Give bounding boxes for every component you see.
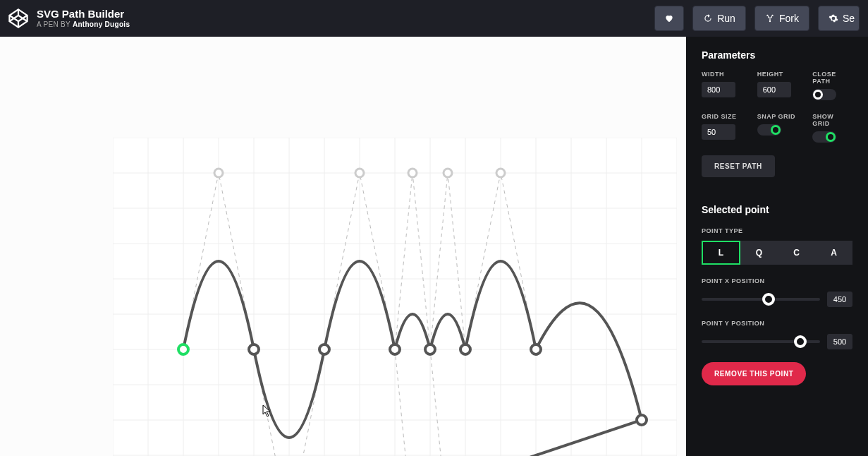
heart-icon (664, 13, 674, 23)
point-y-slider[interactable] (702, 340, 820, 343)
point-x-slider[interactable] (702, 298, 820, 301)
svg-point-40 (425, 344, 435, 354)
svg-point-38 (319, 344, 329, 354)
close-path-toggle[interactable] (812, 89, 836, 100)
point-type-l[interactable]: L (702, 241, 740, 265)
pen-title: SVG Path Builder (37, 8, 130, 20)
svg-point-41 (460, 344, 470, 354)
height-label: HEIGHT (757, 71, 797, 78)
svg-board[interactable] (113, 138, 677, 456)
svg-point-42 (531, 344, 541, 354)
point-type-group: L Q C A (702, 241, 852, 265)
width-label: WIDTH (702, 71, 742, 78)
parameters-heading: Parameters (702, 49, 852, 61)
grid-size-input[interactable] (702, 124, 735, 140)
workspace: Parameters WIDTH HEIGHT CLOSE PATH GRID … (0, 37, 868, 456)
reset-path-button[interactable]: RESET PATH (702, 155, 775, 177)
settings-button[interactable]: Se (818, 6, 860, 31)
svg-point-28 (214, 169, 223, 177)
grid-size-label: GRID SIZE (702, 113, 742, 120)
point-type-q[interactable]: Q (740, 241, 778, 265)
canvas-area[interactable] (0, 37, 686, 456)
pen-subtitle: A PEN BY Anthony Dugois (37, 20, 130, 28)
side-panel: Parameters WIDTH HEIGHT CLOSE PATH GRID … (686, 37, 868, 456)
svg-point-30 (355, 169, 364, 177)
selected-point-heading: Selected point (702, 204, 852, 215)
point-y-value: 500 (827, 334, 852, 349)
point-y-label: POINT Y POSITION (702, 320, 852, 327)
fork-button[interactable]: Fork (754, 6, 809, 31)
svg-point-39 (390, 344, 400, 354)
svg-point-33 (496, 169, 505, 177)
pen-title-block: SVG Path Builder A PEN BY Anthony Dugois (37, 8, 130, 28)
top-bar: SVG Path Builder A PEN BY Anthony Dugois… (0, 0, 868, 37)
close-path-label: CLOSE PATH (812, 71, 852, 85)
gear-icon (829, 13, 838, 23)
point-x-label: POINT X POSITION (702, 277, 852, 284)
remove-point-button[interactable]: REMOVE THIS POINT (702, 362, 806, 385)
svg-point-37 (249, 344, 259, 354)
path-svg[interactable] (113, 138, 677, 456)
pen-author[interactable]: Anthony Dugois (73, 20, 130, 28)
width-input[interactable] (702, 82, 735, 97)
svg-point-43 (637, 415, 647, 425)
height-input[interactable] (757, 82, 791, 97)
snap-grid-label: SNAP GRID (757, 113, 797, 120)
svg-point-36 (178, 344, 188, 354)
codepen-logo-icon (8, 8, 28, 28)
like-button[interactable] (654, 6, 684, 31)
show-grid-label: SHOW GRID (812, 113, 852, 127)
svg-point-32 (444, 169, 452, 177)
run-button[interactable]: Run (692, 6, 746, 31)
show-grid-toggle[interactable] (812, 131, 836, 143)
point-type-label: POINT TYPE (702, 227, 743, 234)
point-type-c[interactable]: C (778, 241, 815, 265)
run-icon (703, 13, 713, 23)
svg-point-31 (408, 169, 417, 177)
point-x-value: 450 (827, 292, 852, 307)
point-type-a[interactable]: A (815, 241, 852, 265)
fork-icon (765, 13, 775, 23)
snap-grid-toggle[interactable] (757, 124, 781, 136)
